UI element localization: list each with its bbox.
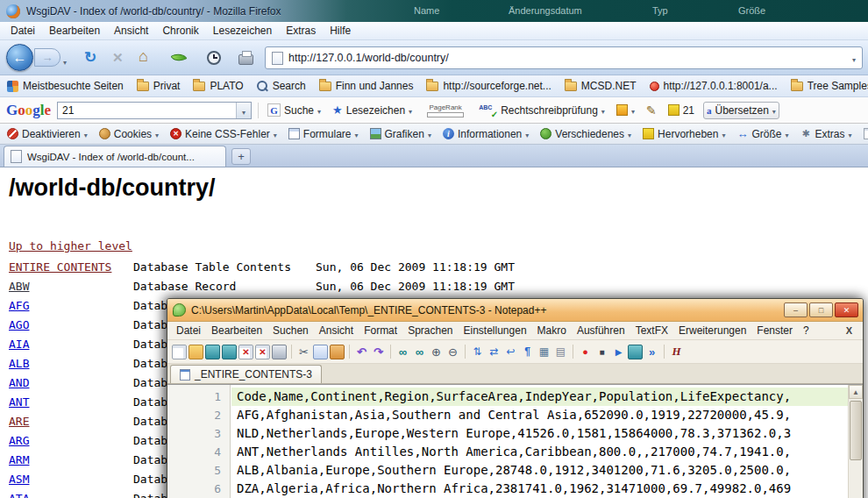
find-icon[interactable] — [395, 345, 410, 359]
print-icon[interactable] — [272, 345, 287, 359]
npp-menu-datei[interactable]: Datei — [171, 323, 206, 338]
open-file-icon[interactable] — [189, 345, 203, 359]
redo-icon[interactable] — [371, 345, 386, 359]
cut-icon[interactable] — [296, 345, 311, 359]
entry-link-alb[interactable]: ALB — [9, 354, 133, 374]
entry-link-arg[interactable]: ARG — [9, 431, 133, 451]
google-bookmarks-button[interactable]: Lesezeichen — [330, 102, 415, 118]
bookmark-mcsd-net[interactable]: MCSD.NET — [565, 80, 637, 92]
address-dropdown-icon[interactable] — [852, 50, 856, 66]
zoom-in-icon[interactable] — [429, 345, 444, 359]
paste-icon[interactable] — [330, 345, 345, 359]
bookmark-tree-samples[interactable]: Tree Samples — [791, 80, 868, 92]
google-search-input[interactable] — [58, 104, 236, 117]
npp-menu-makro[interactable]: Makro — [532, 323, 572, 338]
npp-menu-erweiterungen[interactable]: Erweiterungen — [673, 323, 751, 338]
npp-menu-fenster[interactable]: Fenster — [751, 323, 798, 338]
save-icon[interactable] — [205, 345, 220, 359]
editor-area[interactable]: 1 2 3 4 5 6 Code,Name,Continent,Region,S… — [167, 384, 863, 498]
menu-item-hilfe[interactable]: Hilfe — [323, 23, 358, 39]
webdev-formulare[interactable]: Formulare — [288, 128, 359, 140]
back-button[interactable] — [6, 44, 33, 71]
editor-line[interactable]: DZA,Algeria,Africa,Northern Africa,23817… — [231, 480, 848, 498]
pagerank-widget[interactable]: PageRank — [421, 103, 470, 117]
addon-leaf-icon[interactable] — [170, 50, 187, 65]
npp-menu-close[interactable]: X — [846, 325, 859, 336]
maximize-button[interactable]: □ — [809, 302, 833, 317]
entry-link-ago[interactable]: AGO — [9, 316, 133, 335]
entry-link-afg[interactable]: AFG — [9, 296, 133, 316]
translate-button[interactable]: Übersetzen — [703, 102, 779, 119]
stop-icon[interactable]: ✕ — [112, 50, 124, 66]
play-macro-icon[interactable] — [611, 345, 626, 359]
entry-link-ata[interactable]: ATA — [9, 489, 133, 498]
editor-text[interactable]: Code,Name,Continent,Region,SurfaceArea,I… — [231, 385, 848, 498]
close-all-icon[interactable] — [255, 345, 270, 359]
google-search-box[interactable] — [57, 102, 252, 119]
edit-button[interactable] — [644, 102, 659, 119]
scrollbar-thumb[interactable] — [850, 401, 862, 460]
entry-link-ant[interactable]: ANT — [9, 393, 133, 412]
minimize-button[interactable]: – — [784, 302, 808, 317]
menu-item-lesezeichen[interactable]: Lesezeichen — [206, 23, 279, 39]
menu-item-bearbeiten[interactable]: Bearbeiten — [42, 23, 107, 39]
webdev-css-fehler[interactable]: Keine CSS-Fehler — [170, 128, 277, 140]
webdev-verschiedenes[interactable]: Verschiedenes — [540, 128, 631, 140]
npp-menu-ausfuehren[interactable]: Ausführen — [572, 323, 630, 338]
menu-item-extras[interactable]: Extras — [279, 23, 323, 39]
editor-line[interactable]: ALB,Albania,Europe,Southern Europe,28748… — [231, 461, 848, 480]
webdev-informationen[interactable]: Informationen — [443, 128, 529, 140]
editor-line[interactable]: NLD,Netherlands,Europe,Western Europe,41… — [231, 424, 848, 443]
npp-menu-sprachen[interactable]: Sprachen — [402, 323, 458, 338]
entry-link-entire-contents[interactable]: ENTIRE CONTENTS — [9, 258, 133, 277]
webdev-groesse[interactable]: Größe — [736, 128, 788, 140]
bookmark-search[interactable]: Search — [257, 80, 306, 92]
google-search-button[interactable]: GSuche — [265, 102, 324, 118]
address-bar[interactable] — [265, 46, 863, 69]
editor-line[interactable]: Code,Name,Continent,Region,SurfaceArea,I… — [231, 388, 848, 406]
run-macro-multiple-icon[interactable] — [644, 345, 659, 359]
bookmark-sourceforge[interactable]: http://sourceforge.net... — [426, 80, 551, 92]
bookmark-plato[interactable]: PLATO — [193, 80, 243, 92]
close-button[interactable]: ✕ — [835, 302, 858, 317]
entry-link-and[interactable]: AND — [9, 374, 133, 393]
bookmark-localhost-8001[interactable]: http://127.0.0.1:8001/a... — [650, 80, 778, 92]
document-tab[interactable]: _ENTIRE_CONTENTS-3 — [170, 365, 322, 383]
forward-button[interactable] — [34, 48, 60, 67]
sync-horizontal-icon[interactable] — [487, 345, 502, 359]
up-to-higher-level-link[interactable]: Up to higher level — [9, 239, 132, 253]
npp-menu-suchen[interactable]: Suchen — [267, 323, 314, 338]
npp-menu-ansicht[interactable]: Ansicht — [314, 323, 359, 338]
npp-menu-bearbeiten[interactable]: Bearbeiten — [206, 323, 267, 338]
webdev-extras[interactable]: Extras — [800, 128, 851, 140]
webdev-hervorheben[interactable]: Hervorheben — [643, 128, 725, 140]
stop-macro-icon[interactable] — [594, 345, 609, 359]
record-macro-icon[interactable] — [578, 345, 593, 359]
history-clock-icon[interactable] — [207, 51, 221, 65]
notepad-title-bar[interactable]: C:\Users\Martin\AppData\Local\Temp\_ENTI… — [167, 299, 863, 322]
vertical-scrollbar[interactable]: ▲ ▼ — [848, 385, 863, 498]
bookmark-meistbesuchte-seiten[interactable]: Meistbesuchte Seiten — [7, 80, 124, 92]
npp-menu-format[interactable]: Format — [359, 323, 402, 338]
replace-icon[interactable] — [412, 345, 427, 359]
editor-line[interactable]: ANT,Netherlands Antilles,North America,C… — [231, 443, 848, 461]
print-icon[interactable] — [238, 54, 253, 65]
menu-item-chronik[interactable]: Chronik — [155, 23, 205, 39]
npp-menu-textfx[interactable]: TextFX — [630, 323, 673, 338]
menu-item-ansicht[interactable]: Ansicht — [107, 23, 155, 39]
save-macro-icon[interactable] — [628, 345, 643, 359]
bookmark-privat[interactable]: Privat — [137, 80, 181, 92]
firefox-title-bar[interactable]: WsgiDAV - Index of /world-db/country/ - … — [0, 0, 868, 22]
webdev-cookies[interactable]: Cookies — [99, 128, 159, 140]
indent-guide-icon[interactable] — [537, 345, 551, 359]
new-tab-button[interactable]: + — [231, 148, 251, 165]
webdev-deaktivieren[interactable]: Deaktivieren — [7, 128, 88, 140]
highlight-count[interactable]: 21 — [665, 103, 697, 118]
webdev-quelltext[interactable]: Quellte — [864, 128, 868, 140]
spellcheck-button[interactable]: ABCRechtschreibprüfung — [476, 103, 608, 118]
entry-link-aia[interactable]: AIA — [9, 335, 133, 354]
search-history-dropdown[interactable] — [236, 103, 251, 118]
doc-switcher-icon[interactable] — [553, 345, 568, 359]
npp-menu-einstellungen[interactable]: Einstellungen — [459, 323, 532, 338]
history-dropdown-icon[interactable] — [63, 53, 67, 68]
